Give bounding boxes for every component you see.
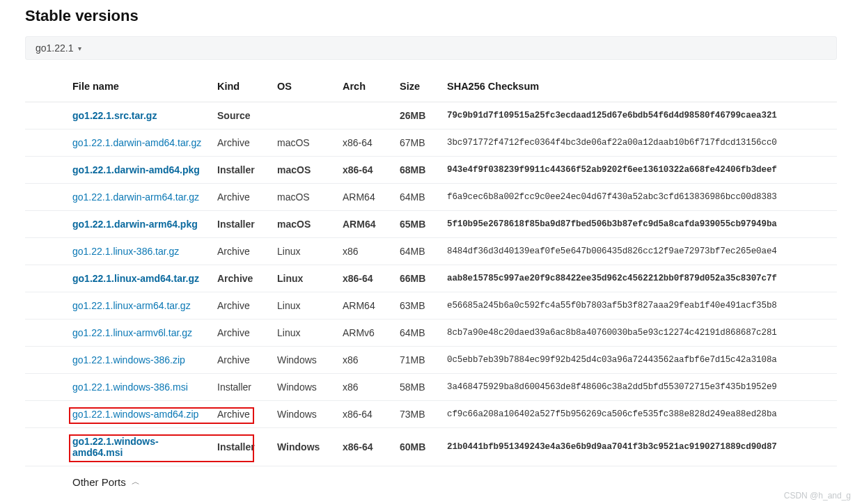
cell-os: macOS (270, 184, 336, 211)
table-row: go1.22.1.windows-amd64.zipArchiveWindows… (25, 401, 837, 428)
download-link[interactable]: go1.22.1.windows-386.msi (72, 381, 188, 393)
cell-size: 63MB (393, 292, 440, 320)
download-link[interactable]: go1.22.1.linux-armv6l.tar.gz (72, 327, 192, 338)
watermark: CSDN @h_and_g (784, 491, 851, 501)
cell-arch: x86 (336, 347, 393, 374)
cell-sha: 3a468475929ba8d6004563de8f48606c38a2dd5b… (440, 374, 837, 401)
table-row: go1.22.1.darwin-arm64.pkgInstallermacOSA… (25, 211, 837, 238)
cell-arch (336, 102, 393, 129)
download-link[interactable]: go1.22.1.linux-386.tar.gz (72, 246, 179, 257)
cell-os: Linux (270, 292, 336, 320)
download-link[interactable]: go1.22.1.windows-386.zip (72, 354, 185, 365)
cell-size: 64MB (393, 184, 440, 211)
cell-file: go1.22.1.windows-amd64.msi (25, 428, 210, 466)
cell-sha: 8484df36d3d40139eaf0fe5e647b006435d826cc… (440, 238, 837, 265)
table-row: go1.22.1.linux-amd64.tar.gzArchiveLinuxx… (25, 265, 837, 292)
cell-arch: x86 (336, 374, 393, 401)
cell-file: go1.22.1.linux-armv6l.tar.gz (25, 320, 210, 347)
cell-sha: 0c5ebb7eb39b7884ec99f92b425d4c03a96a7244… (440, 347, 837, 374)
download-link[interactable]: go1.22.1.linux-amd64.tar.gz (72, 273, 199, 284)
cell-file: go1.22.1.windows-amd64.zip (25, 401, 210, 428)
cell-file: go1.22.1.darwin-arm64.pkg (25, 211, 210, 238)
cell-kind: Installer (210, 157, 270, 184)
cell-sha: cf9c66a208a106402a527f5b956269ca506cfe53… (440, 401, 837, 428)
chevron-up-icon: ︿ (132, 476, 140, 488)
cell-arch: ARM64 (336, 184, 393, 211)
cell-file: go1.22.1.windows-386.zip (25, 347, 210, 374)
cell-sha: 8cb7a90e48c20daed39a6ac8b8a40760030ba5e9… (440, 320, 837, 347)
header-arch: Arch (336, 72, 393, 102)
download-link[interactable]: go1.22.1.darwin-arm64.tar.gz (72, 191, 199, 203)
cell-kind: Archive (210, 320, 270, 347)
version-label: go1.22.1 (36, 42, 74, 54)
cell-os: Linux (270, 320, 336, 347)
cell-arch: ARM64 (336, 211, 393, 238)
cell-arch: x86-64 (336, 428, 393, 466)
cell-kind: Installer (210, 374, 270, 401)
downloads-table: File name Kind OS Arch Size SHA256 Check… (25, 72, 837, 466)
cell-size: 67MB (393, 129, 440, 157)
cell-kind: Archive (210, 238, 270, 265)
cell-os: macOS (270, 157, 336, 184)
header-os: OS (270, 72, 336, 102)
cell-sha: 21b0441bfb951349243e4a36e6b9d9aa7041f3b3… (440, 428, 837, 466)
table-row: go1.22.1.darwin-amd64.pkgInstallermacOSx… (25, 157, 837, 184)
download-link[interactable]: go1.22.1.linux-arm64.tar.gz (72, 300, 191, 311)
table-row: go1.22.1.linux-arm64.tar.gzArchiveLinuxA… (25, 292, 837, 320)
download-link[interactable]: go1.22.1.windows-amd64.msi (72, 436, 159, 458)
cell-kind: Installer (210, 428, 270, 466)
other-ports-label: Other Ports (72, 476, 126, 488)
cell-size: 65MB (393, 211, 440, 238)
cell-arch: x86-64 (336, 129, 393, 157)
table-row: go1.22.1.darwin-amd64.tar.gzArchivemacOS… (25, 129, 837, 157)
cell-kind: Archive (210, 292, 270, 320)
cell-sha: aab8e15785c997ae20f9c88422ee35d962c45622… (440, 265, 837, 292)
table-row: go1.22.1.windows-386.msiInstallerWindows… (25, 374, 837, 401)
cell-kind: Archive (210, 184, 270, 211)
cell-size: 66MB (393, 265, 440, 292)
header-size: Size (393, 72, 440, 102)
download-link[interactable]: go1.22.1.darwin-amd64.tar.gz (72, 137, 201, 148)
download-link[interactable]: go1.22.1.windows-amd64.zip (72, 409, 198, 420)
version-dropdown[interactable]: go1.22.1 ▾ (25, 36, 837, 60)
header-kind: Kind (210, 72, 270, 102)
cell-file: go1.22.1.darwin-amd64.pkg (25, 157, 210, 184)
cell-os: Windows (270, 428, 336, 466)
cell-sha: 3bc971772f4712fec0364f4bc3de06af22a00a12… (440, 129, 837, 157)
cell-arch: x86 (336, 238, 393, 265)
cell-sha: 79c9b91d7f109515a25fc3ecdaad125d67e6bdb5… (440, 102, 837, 129)
cell-size: 64MB (393, 320, 440, 347)
cell-file: go1.22.1.linux-arm64.tar.gz (25, 292, 210, 320)
cell-size: 71MB (393, 347, 440, 374)
header-file: File name (25, 72, 210, 102)
cell-kind: Source (210, 102, 270, 129)
download-link[interactable]: go1.22.1.darwin-amd64.pkg (72, 164, 200, 175)
cell-arch: ARMv6 (336, 320, 393, 347)
cell-arch: ARM64 (336, 292, 393, 320)
cell-size: 26MB (393, 102, 440, 129)
download-link[interactable]: go1.22.1.src.tar.gz (72, 110, 157, 121)
cell-os: macOS (270, 129, 336, 157)
cell-os: macOS (270, 211, 336, 238)
table-row: go1.22.1.src.tar.gzSource26MB79c9b91d7f1… (25, 102, 837, 129)
cell-os: Linux (270, 238, 336, 265)
table-row: go1.22.1.windows-386.zipArchiveWindowsx8… (25, 347, 837, 374)
cell-file: go1.22.1.linux-386.tar.gz (25, 238, 210, 265)
cell-arch: x86-64 (336, 401, 393, 428)
caret-down-icon: ▾ (78, 45, 81, 52)
cell-arch: x86-64 (336, 265, 393, 292)
cell-file: go1.22.1.darwin-arm64.tar.gz (25, 184, 210, 211)
cell-size: 73MB (393, 401, 440, 428)
cell-arch: x86-64 (336, 157, 393, 184)
cell-size: 64MB (393, 238, 440, 265)
table-row: go1.22.1.windows-amd64.msiInstallerWindo… (25, 428, 837, 466)
other-ports-toggle[interactable]: Other Ports ︿ (25, 466, 837, 491)
cell-size: 68MB (393, 157, 440, 184)
cell-kind: Archive (210, 129, 270, 157)
cell-file: go1.22.1.windows-386.msi (25, 374, 210, 401)
cell-kind: Archive (210, 401, 270, 428)
cell-sha: e56685a245b6a0c592fc4a55f0b7803af5b3f827… (440, 292, 837, 320)
cell-os (270, 102, 336, 129)
download-link[interactable]: go1.22.1.darwin-arm64.pkg (72, 219, 198, 230)
table-header-row: File name Kind OS Arch Size SHA256 Check… (25, 72, 837, 102)
